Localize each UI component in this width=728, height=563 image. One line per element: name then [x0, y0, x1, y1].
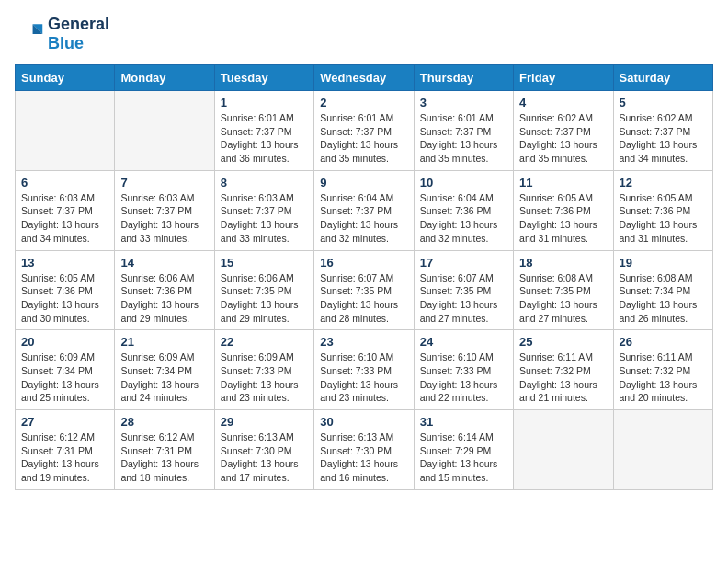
- day-number: 7: [120, 176, 208, 190]
- day-info: Sunrise: 6:02 AM Sunset: 7:37 PM Dayligh…: [620, 111, 707, 166]
- calendar-cell: 19Sunrise: 6:08 AM Sunset: 7:34 PM Dayli…: [613, 250, 712, 330]
- day-info: Sunrise: 6:06 AM Sunset: 7:35 PM Dayligh…: [221, 271, 308, 326]
- day-info: Sunrise: 6:04 AM Sunset: 7:36 PM Dayligh…: [420, 191, 507, 246]
- calendar-cell: 28Sunrise: 6:12 AM Sunset: 7:31 PM Dayli…: [115, 410, 214, 490]
- day-number: 24: [420, 335, 507, 349]
- day-number: 17: [420, 256, 507, 270]
- day-info: Sunrise: 6:02 AM Sunset: 7:37 PM Dayligh…: [519, 111, 607, 166]
- weekday-header-friday: Friday: [514, 65, 613, 91]
- calendar-cell: 13Sunrise: 6:05 AM Sunset: 7:36 PM Dayli…: [16, 250, 115, 330]
- week-row-2: 6Sunrise: 6:03 AM Sunset: 7:37 PM Daylig…: [16, 170, 713, 250]
- calendar-cell: 11Sunrise: 6:05 AM Sunset: 7:36 PM Dayli…: [514, 170, 613, 250]
- day-number: 5: [620, 96, 707, 109]
- day-info: Sunrise: 6:11 AM Sunset: 7:32 PM Dayligh…: [620, 350, 707, 405]
- day-number: 27: [21, 415, 108, 429]
- day-number: 2: [320, 96, 407, 109]
- day-info: Sunrise: 6:12 AM Sunset: 7:31 PM Dayligh…: [120, 431, 208, 485]
- calendar-cell: 21Sunrise: 6:09 AM Sunset: 7:34 PM Dayli…: [115, 330, 214, 410]
- calendar-cell: 6Sunrise: 6:03 AM Sunset: 7:37 PM Daylig…: [16, 170, 115, 250]
- week-row-3: 13Sunrise: 6:05 AM Sunset: 7:36 PM Dayli…: [16, 250, 713, 330]
- day-number: 18: [519, 256, 607, 270]
- day-number: 28: [120, 415, 208, 429]
- day-number: 22: [221, 335, 308, 349]
- week-row-5: 27Sunrise: 6:12 AM Sunset: 7:31 PM Dayli…: [16, 410, 713, 490]
- calendar-cell: [613, 410, 712, 490]
- day-number: 25: [519, 335, 607, 349]
- day-number: 19: [620, 256, 707, 270]
- day-info: Sunrise: 6:03 AM Sunset: 7:37 PM Dayligh…: [221, 191, 308, 246]
- calendar-cell: 18Sunrise: 6:08 AM Sunset: 7:35 PM Dayli…: [514, 250, 613, 330]
- calendar-cell: 20Sunrise: 6:09 AM Sunset: 7:34 PM Dayli…: [16, 330, 115, 410]
- calendar-cell: 8Sunrise: 6:03 AM Sunset: 7:37 PM Daylig…: [214, 170, 313, 250]
- day-number: 6: [21, 176, 108, 190]
- day-number: 21: [120, 335, 208, 349]
- calendar-cell: 9Sunrise: 6:04 AM Sunset: 7:37 PM Daylig…: [314, 170, 414, 250]
- day-info: Sunrise: 6:05 AM Sunset: 7:36 PM Dayligh…: [620, 191, 707, 246]
- day-info: Sunrise: 6:07 AM Sunset: 7:35 PM Dayligh…: [320, 271, 407, 326]
- calendar-cell: 2Sunrise: 6:01 AM Sunset: 7:37 PM Daylig…: [314, 91, 414, 171]
- day-info: Sunrise: 6:06 AM Sunset: 7:36 PM Dayligh…: [120, 271, 208, 326]
- week-row-4: 20Sunrise: 6:09 AM Sunset: 7:34 PM Dayli…: [16, 330, 713, 410]
- day-info: Sunrise: 6:03 AM Sunset: 7:37 PM Dayligh…: [120, 191, 208, 246]
- calendar-cell: 26Sunrise: 6:11 AM Sunset: 7:32 PM Dayli…: [613, 330, 712, 410]
- day-info: Sunrise: 6:04 AM Sunset: 7:37 PM Dayligh…: [320, 191, 407, 246]
- day-number: 16: [320, 256, 407, 270]
- day-number: 11: [519, 176, 607, 190]
- day-info: Sunrise: 6:09 AM Sunset: 7:33 PM Dayligh…: [221, 350, 308, 405]
- day-info: Sunrise: 6:09 AM Sunset: 7:34 PM Dayligh…: [120, 350, 208, 405]
- calendar-cell: 16Sunrise: 6:07 AM Sunset: 7:35 PM Dayli…: [314, 250, 414, 330]
- calendar-cell: 3Sunrise: 6:01 AM Sunset: 7:37 PM Daylig…: [414, 91, 513, 171]
- calendar-cell: 12Sunrise: 6:05 AM Sunset: 7:36 PM Dayli…: [613, 170, 712, 250]
- day-number: 14: [120, 256, 208, 270]
- calendar-cell: 7Sunrise: 6:03 AM Sunset: 7:37 PM Daylig…: [115, 170, 214, 250]
- calendar-cell: 29Sunrise: 6:13 AM Sunset: 7:30 PM Dayli…: [214, 410, 313, 490]
- day-info: Sunrise: 6:09 AM Sunset: 7:34 PM Dayligh…: [21, 350, 108, 405]
- day-number: 1: [221, 96, 308, 109]
- day-number: 31: [420, 415, 507, 429]
- page-header: General Blue: [15, 15, 713, 53]
- calendar-cell: 10Sunrise: 6:04 AM Sunset: 7:36 PM Dayli…: [414, 170, 513, 250]
- calendar-cell: 23Sunrise: 6:10 AM Sunset: 7:33 PM Dayli…: [314, 330, 414, 410]
- day-info: Sunrise: 6:14 AM Sunset: 7:29 PM Dayligh…: [420, 431, 507, 485]
- logo-text: General Blue: [48, 15, 109, 53]
- weekday-header-tuesday: Tuesday: [214, 65, 313, 91]
- calendar-cell: [115, 91, 214, 171]
- calendar-cell: 22Sunrise: 6:09 AM Sunset: 7:33 PM Dayli…: [214, 330, 313, 410]
- calendar-cell: 25Sunrise: 6:11 AM Sunset: 7:32 PM Dayli…: [514, 330, 613, 410]
- day-number: 23: [320, 335, 407, 349]
- calendar: SundayMondayTuesdayWednesdayThursdayFrid…: [15, 64, 713, 490]
- day-number: 3: [420, 96, 507, 109]
- day-info: Sunrise: 6:07 AM Sunset: 7:35 PM Dayligh…: [420, 271, 507, 326]
- day-info: Sunrise: 6:01 AM Sunset: 7:37 PM Dayligh…: [420, 111, 507, 166]
- day-info: Sunrise: 6:08 AM Sunset: 7:35 PM Dayligh…: [519, 271, 607, 326]
- calendar-cell: 15Sunrise: 6:06 AM Sunset: 7:35 PM Dayli…: [214, 250, 313, 330]
- logo-icon: [15, 19, 44, 49]
- calendar-cell: 17Sunrise: 6:07 AM Sunset: 7:35 PM Dayli…: [414, 250, 513, 330]
- weekday-header-saturday: Saturday: [613, 65, 712, 91]
- weekday-header-row: SundayMondayTuesdayWednesdayThursdayFrid…: [16, 65, 713, 91]
- day-info: Sunrise: 6:05 AM Sunset: 7:36 PM Dayligh…: [519, 191, 607, 246]
- day-info: Sunrise: 6:01 AM Sunset: 7:37 PM Dayligh…: [320, 111, 407, 166]
- weekday-header-monday: Monday: [115, 65, 214, 91]
- weekday-header-wednesday: Wednesday: [314, 65, 414, 91]
- weekday-header-thursday: Thursday: [414, 65, 513, 91]
- day-number: 8: [221, 176, 308, 190]
- day-number: 26: [620, 335, 707, 349]
- calendar-cell: 14Sunrise: 6:06 AM Sunset: 7:36 PM Dayli…: [115, 250, 214, 330]
- day-info: Sunrise: 6:01 AM Sunset: 7:37 PM Dayligh…: [221, 111, 308, 166]
- day-info: Sunrise: 6:12 AM Sunset: 7:31 PM Dayligh…: [21, 431, 108, 485]
- day-number: 10: [420, 176, 507, 190]
- day-info: Sunrise: 6:08 AM Sunset: 7:34 PM Dayligh…: [620, 271, 707, 326]
- calendar-cell: 4Sunrise: 6:02 AM Sunset: 7:37 PM Daylig…: [514, 91, 613, 171]
- day-info: Sunrise: 6:13 AM Sunset: 7:30 PM Dayligh…: [320, 431, 407, 485]
- weekday-header-sunday: Sunday: [16, 65, 115, 91]
- calendar-cell: 5Sunrise: 6:02 AM Sunset: 7:37 PM Daylig…: [613, 91, 712, 171]
- day-number: 30: [320, 415, 407, 429]
- calendar-cell: [16, 91, 115, 171]
- day-info: Sunrise: 6:13 AM Sunset: 7:30 PM Dayligh…: [221, 431, 308, 485]
- day-info: Sunrise: 6:10 AM Sunset: 7:33 PM Dayligh…: [420, 350, 507, 405]
- day-number: 15: [221, 256, 308, 270]
- logo: General Blue: [15, 15, 109, 53]
- day-number: 4: [519, 96, 607, 109]
- day-info: Sunrise: 6:05 AM Sunset: 7:36 PM Dayligh…: [21, 271, 108, 326]
